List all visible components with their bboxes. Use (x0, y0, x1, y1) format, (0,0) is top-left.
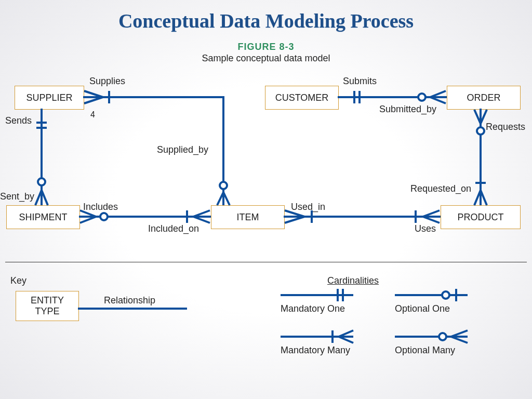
legend-mandatory-many-label: Mandatory Many (281, 345, 350, 356)
key-svg (0, 0, 532, 399)
legend-optional-many-label: Optional Many (395, 345, 455, 356)
legend-mandatory-one (281, 289, 353, 301)
cardinalities-heading: Cardinalities (327, 275, 379, 286)
legend-optional-one-label: Optional One (395, 303, 450, 314)
legend-mandatory-many (281, 330, 353, 343)
legend-optional-many (395, 330, 468, 343)
legend-optional-one (395, 289, 468, 301)
diagram-stage: Conceptual Data Modeling Process FIGURE … (0, 0, 532, 399)
svg-point-5 (442, 291, 449, 299)
svg-point-6 (439, 333, 446, 340)
legend-mandatory-one-label: Mandatory One (281, 303, 345, 314)
